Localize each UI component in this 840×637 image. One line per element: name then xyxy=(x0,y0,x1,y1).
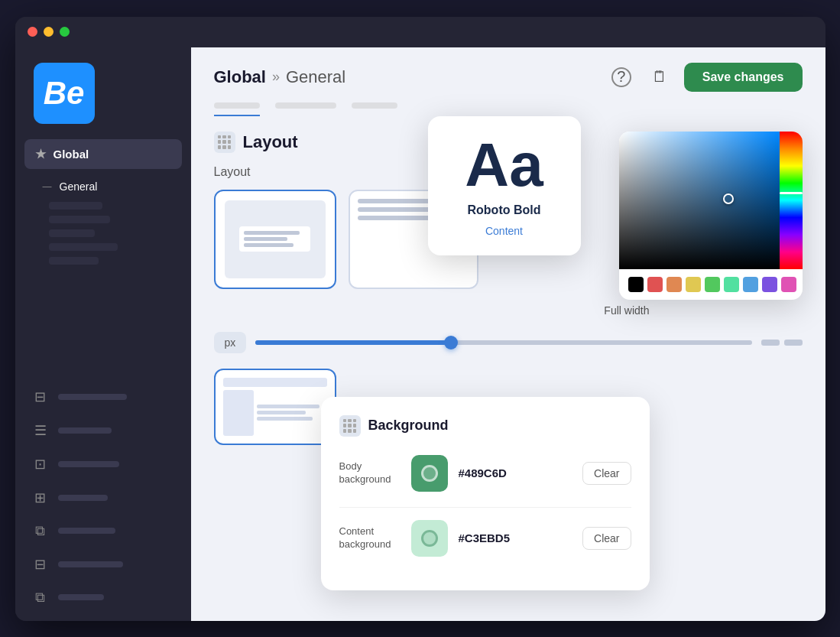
sidebar-icon-row-1[interactable]: ⊟ xyxy=(24,385,182,408)
bg-row-content: Content background #C3EBD5 Clear xyxy=(339,520,631,557)
layout-card-2-a[interactable] xyxy=(214,369,336,445)
sidebar-icon-row-2[interactable]: ☰ xyxy=(24,419,182,442)
sidebar-nav: ★ Global — General xyxy=(15,139,191,373)
section-icon: ⊟ xyxy=(32,556,49,573)
tab-bar-2 xyxy=(275,102,336,109)
swatch-black[interactable] xyxy=(628,277,644,292)
sidebar-placeholder-2 xyxy=(49,216,110,223)
star-icon: ★ xyxy=(35,147,46,161)
divider xyxy=(339,507,631,508)
slider-end-bar-2 xyxy=(784,340,803,346)
fw-line xyxy=(358,207,436,212)
sidebar-placeholder-4 xyxy=(49,243,118,251)
tab-1[interactable] xyxy=(214,102,260,116)
full-width-area: Full width xyxy=(191,304,825,317)
lc-line xyxy=(244,243,294,247)
lc2-header xyxy=(223,378,327,387)
grid-dot xyxy=(218,140,222,144)
dot-red[interactable] xyxy=(28,27,37,37)
sidebar-icons: ⊟ ☰ ⊡ ⊞ ⧉ xyxy=(15,373,191,621)
icon-bar xyxy=(58,594,104,600)
width-row: px xyxy=(191,324,825,361)
app-window: Be ★ Global — General ⊟ xyxy=(15,17,825,621)
menu-icon: ☰ xyxy=(32,422,49,439)
grid-dot xyxy=(222,145,226,149)
sidebar-icon-row-3[interactable]: ⊡ xyxy=(24,453,182,476)
lc-box xyxy=(239,226,310,252)
lc2-main xyxy=(257,390,326,436)
logo-area: Be xyxy=(15,47,191,139)
color-picker-cursor[interactable] xyxy=(723,193,734,204)
swatch-icon-content xyxy=(421,530,438,547)
dot-yellow[interactable] xyxy=(44,27,54,37)
sidebar-icon-row-4[interactable]: ⊞ xyxy=(24,486,182,509)
notes-button[interactable]: 🗒 xyxy=(646,63,673,91)
swatch-green[interactable] xyxy=(705,277,720,292)
lc2-line xyxy=(257,417,313,421)
body-bg-hex: #489C6D xyxy=(459,466,572,479)
icon-bar xyxy=(58,495,108,501)
swatch-pink[interactable] xyxy=(781,277,796,292)
font-name: Roboto Bold xyxy=(468,203,541,217)
swatch-yellow[interactable] xyxy=(686,277,701,292)
sidebar-icon-row-5[interactable]: ⧉ xyxy=(24,520,182,542)
bg-panel-icon xyxy=(339,415,361,437)
content-bg-clear[interactable]: Clear xyxy=(582,527,631,550)
sidebar-general-label: General xyxy=(60,180,98,193)
tab-3[interactable] xyxy=(352,102,397,116)
layout-card-boxed[interactable] xyxy=(214,190,336,289)
slider-thumb[interactable] xyxy=(444,336,458,349)
sidebar-item-global[interactable]: ★ Global xyxy=(24,139,182,169)
swatch-purple[interactable] xyxy=(762,277,777,292)
layout-title: Layout xyxy=(243,132,298,152)
dot-green[interactable] xyxy=(60,27,70,37)
width-slider[interactable] xyxy=(255,340,751,345)
tab-2[interactable] xyxy=(275,102,336,116)
swatch-orange[interactable] xyxy=(666,277,682,292)
lc2-side xyxy=(223,390,255,436)
slider-fill xyxy=(255,340,454,345)
color-gradient-area[interactable] xyxy=(619,132,803,269)
copy-icon: ⧉ xyxy=(32,523,49,539)
grid-dot xyxy=(218,145,222,149)
bg-panel-title: Background xyxy=(368,418,449,434)
font-letter: Aa xyxy=(465,135,543,196)
header-actions: ? 🗒 Save changes xyxy=(608,63,803,92)
main-content: Global » General ? 🗒 Save changes xyxy=(191,47,825,621)
sidebar-icon-row-6[interactable]: ⊟ xyxy=(24,553,182,576)
hue-slider[interactable] xyxy=(780,132,803,269)
sidebar-placeholder-3 xyxy=(49,229,95,237)
notes-icon: 🗒 xyxy=(652,68,667,86)
px-badge: px xyxy=(214,332,247,353)
grid-icon: ⊞ xyxy=(32,489,49,506)
breadcrumb-separator: » xyxy=(272,69,280,85)
help-icon: ? xyxy=(611,67,631,87)
app-body: Be ★ Global — General ⊟ xyxy=(15,47,825,621)
tabs-row xyxy=(191,92,825,116)
layout-card-boxed-inner xyxy=(225,200,326,278)
save-button[interactable]: Save changes xyxy=(684,63,803,92)
swatch-mint[interactable] xyxy=(724,277,739,292)
grid-dot xyxy=(218,135,222,139)
lc2-line xyxy=(257,405,319,408)
grid-dot xyxy=(222,140,226,144)
swatch-icon xyxy=(421,465,438,482)
icon-bar xyxy=(58,394,127,400)
title-bar xyxy=(15,17,825,47)
lc-line xyxy=(244,237,287,241)
grid-dot xyxy=(222,135,226,139)
sidebar-icon-row-7[interactable]: ⧉ xyxy=(24,587,182,609)
icon-bar xyxy=(58,528,115,534)
sidebar-sub-general[interactable]: — General xyxy=(24,175,182,198)
link-icon: ⧉ xyxy=(32,590,49,606)
bg-label-body: Body background xyxy=(339,460,401,486)
body-bg-clear[interactable]: Clear xyxy=(582,462,631,485)
swatch-red[interactable] xyxy=(647,277,663,292)
body-bg-swatch[interactable] xyxy=(411,455,448,492)
background-panel: Background Body background #489C6D Clear… xyxy=(321,397,650,590)
swatch-blue[interactable] xyxy=(743,277,758,292)
help-button[interactable]: ? xyxy=(608,63,635,91)
content-bg-swatch[interactable] xyxy=(411,520,448,557)
lc2-line xyxy=(257,411,306,414)
main-header: Global » General ? 🗒 Save changes xyxy=(191,47,825,92)
